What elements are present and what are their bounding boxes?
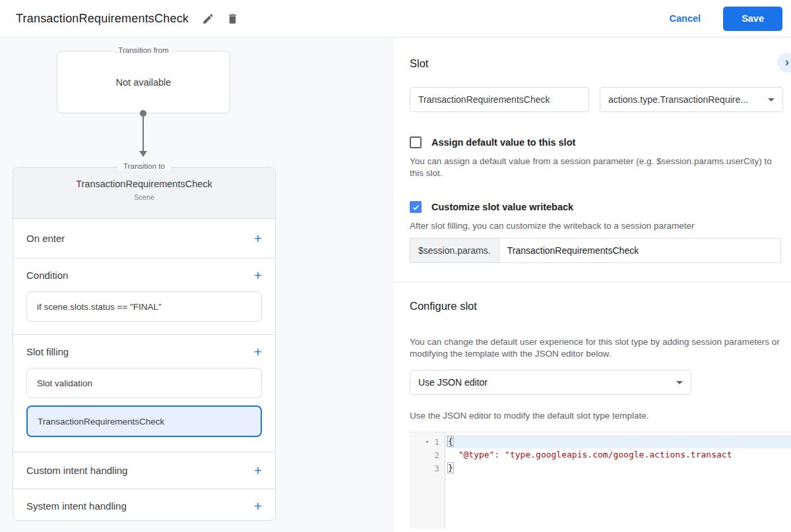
on-enter-row[interactable]: On enter +: [13, 218, 275, 258]
slot-type-select[interactable]: actions.type.TransactionRequire...: [600, 87, 783, 112]
condition-item[interactable]: if scene.slots.status == "FINAL": [26, 291, 262, 322]
connector-line: [142, 113, 144, 152]
chevron-right-icon: ›: [785, 55, 789, 69]
slot-type-value: actions.type.TransactionRequire...: [608, 94, 748, 105]
writeback-checkbox[interactable]: [410, 201, 422, 213]
main-content: Transition from Not available Transition…: [0, 38, 791, 532]
line-number: 1: [434, 437, 439, 447]
slot-heading: Slot: [410, 57, 791, 70]
add-slot-icon[interactable]: +: [254, 345, 262, 359]
editor-mode-value: Use JSON editor: [418, 377, 488, 388]
custom-intent-row[interactable]: Custom intent handling +: [13, 452, 275, 488]
fold-arrow-icon[interactable]: ▾: [426, 438, 429, 445]
writeback-label: Customize slot value writeback: [431, 202, 573, 212]
add-condition-icon[interactable]: +: [254, 268, 262, 282]
section-divider: [394, 281, 791, 282]
configure-slot-description: You can change the default user experien…: [410, 336, 784, 360]
dropdown-caret-icon: [676, 381, 683, 384]
system-intent-label: System intent handling: [26, 500, 127, 512]
code-line: }: [445, 461, 791, 475]
trash-icon: [226, 13, 239, 25]
delete-scene-button[interactable]: [224, 10, 241, 28]
edit-title-button[interactable]: [199, 10, 217, 28]
transition-from-value: Not available: [116, 77, 172, 88]
add-system-intent-icon[interactable]: +: [254, 499, 262, 513]
scene-name: TransactionRequirementsCheck: [13, 179, 275, 189]
condition-label: Condition: [26, 270, 68, 281]
slot-item-selected[interactable]: TransactionRequirementsCheck: [26, 405, 262, 437]
slot-name-input[interactable]: TransactionRequirementsCheck: [410, 87, 589, 112]
editor-code-area[interactable]: { "@type": "type.googleapis.com/google.a…: [445, 432, 791, 529]
slot-filling-label: Slot filling: [26, 346, 69, 357]
add-custom-intent-icon[interactable]: +: [254, 463, 262, 477]
assign-default-description: You can assign a default value from a se…: [410, 156, 784, 179]
slot-filling-section: Slot filling + Slot validation Transacti…: [13, 334, 275, 452]
slot-validation-item[interactable]: Slot validation: [26, 368, 262, 398]
transition-to-card: Transition to TransactionRequirementsChe…: [13, 167, 276, 521]
pencil-icon: [202, 13, 214, 25]
code-line: "@type": "type.googleapis.com/google.act…: [445, 448, 791, 461]
pill-gap: [26, 398, 262, 405]
add-on-enter-icon[interactable]: +: [254, 231, 262, 245]
transition-from-legend: Transition from: [112, 46, 174, 54]
writeback-param-input[interactable]: TransactionRequirementsCheck: [499, 239, 780, 262]
connector-arrowhead-icon: [139, 151, 147, 157]
slot-editor-panel: › Slot TransactionRequirementsCheck acti…: [394, 38, 791, 532]
writeback-description: After slot filling, you can customize th…: [410, 220, 784, 232]
custom-intent-label: Custom intent handling: [26, 465, 127, 476]
top-bar: TransactionRequirementsCheck Cancel Save: [0, 0, 791, 38]
json-code-editor[interactable]: ▾ 1 2 3 { "@type": "type.googleapis.com/…: [410, 432, 791, 529]
line-number: 3: [434, 463, 439, 473]
transition-from-box: Transition from Not available: [57, 51, 230, 113]
dropdown-caret-icon: [768, 98, 775, 102]
condition-section: Condition + if scene.slots.status == "FI…: [13, 258, 275, 334]
line-number: 2: [434, 450, 439, 460]
configure-slot-heading: Configure slot: [410, 300, 791, 312]
assign-default-label: Assign default value to this slot: [431, 137, 575, 148]
save-button[interactable]: Save: [723, 7, 782, 31]
editor-mode-select[interactable]: Use JSON editor: [410, 370, 691, 395]
editor-gutter: ▾ 1 2 3: [410, 432, 445, 529]
checkmark-icon: [412, 203, 420, 212]
page-title: TransactionRequirementsCheck: [16, 12, 189, 26]
json-editor-hint: Use the JSON editor to modify the defaul…: [410, 410, 784, 422]
scene-type-label: Scene: [13, 193, 275, 201]
code-line: {: [445, 435, 791, 448]
cancel-button[interactable]: Cancel: [663, 8, 708, 29]
system-intent-row[interactable]: System intent handling +: [13, 488, 275, 523]
scene-card-header: TransactionRequirementsCheck Scene: [13, 167, 275, 218]
assign-default-checkbox[interactable]: [410, 136, 422, 148]
on-enter-label: On enter: [26, 233, 65, 244]
writeback-prefix: $session.params.: [410, 239, 499, 262]
transition-to-legend: Transition to: [117, 162, 171, 170]
scene-diagram-panel: Transition from Not available Transition…: [0, 38, 394, 532]
writeback-param-group: $session.params. TransactionRequirements…: [410, 238, 781, 263]
